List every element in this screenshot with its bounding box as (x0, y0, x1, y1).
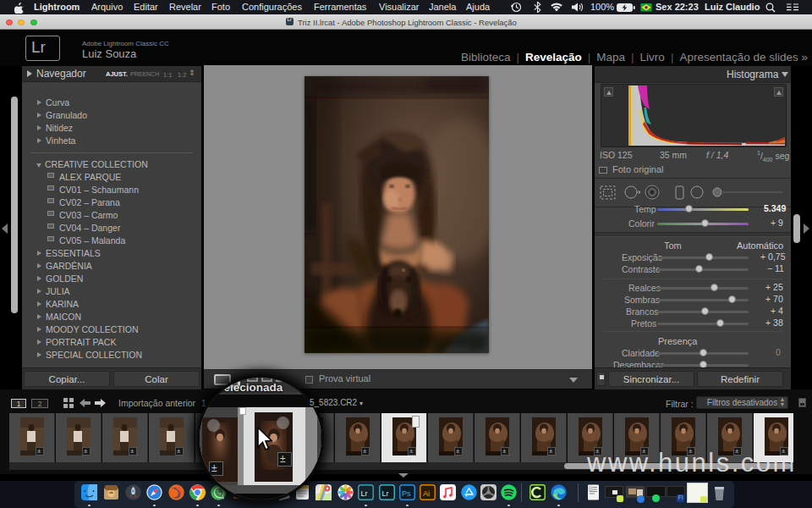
svg-text:Lr: Lr (381, 489, 388, 498)
svg-text:Ai: Ai (423, 489, 430, 498)
svg-text:Lr: Lr (360, 489, 367, 498)
svg-text:Ps: Ps (402, 489, 411, 498)
